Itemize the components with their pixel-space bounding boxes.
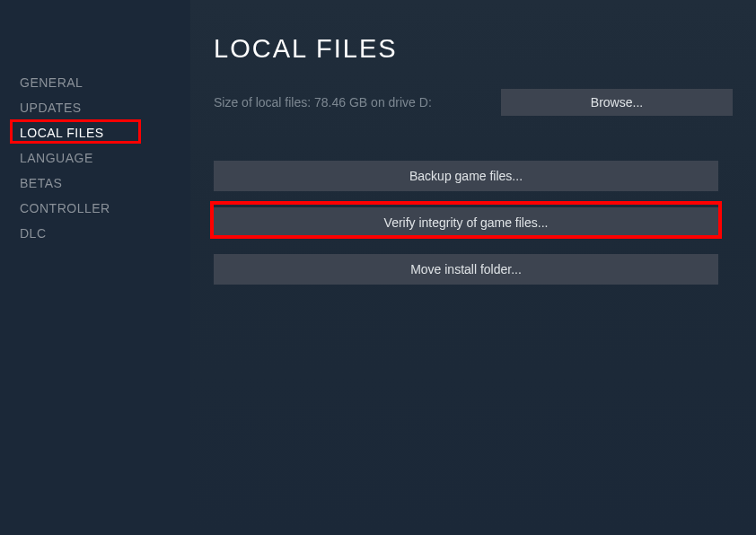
- sidebar: GENERAL UPDATES LOCAL FILES LANGUAGE BET…: [0, 0, 190, 535]
- sidebar-item-dlc[interactable]: DLC: [0, 221, 190, 246]
- sidebar-item-local-files[interactable]: LOCAL FILES: [0, 120, 190, 145]
- sidebar-item-general[interactable]: GENERAL: [0, 70, 190, 95]
- backup-button[interactable]: Backup game files...: [214, 161, 718, 191]
- main-panel: LOCAL FILES Size of local files: 78.46 G…: [190, 0, 756, 535]
- sidebar-item-betas[interactable]: BETAS: [0, 171, 190, 196]
- size-text: Size of local files: 78.46 GB on drive D…: [214, 95, 432, 110]
- browse-button[interactable]: Browse...: [501, 89, 733, 116]
- sidebar-item-updates[interactable]: UPDATES: [0, 95, 190, 120]
- size-row: Size of local files: 78.46 GB on drive D…: [214, 89, 733, 116]
- page-title: LOCAL FILES: [214, 34, 733, 64]
- sidebar-item-language[interactable]: LANGUAGE: [0, 145, 190, 171]
- sidebar-item-controller[interactable]: CONTROLLER: [0, 196, 190, 221]
- move-button[interactable]: Move install folder...: [214, 254, 718, 285]
- verify-button[interactable]: Verify integrity of game files...: [214, 207, 718, 238]
